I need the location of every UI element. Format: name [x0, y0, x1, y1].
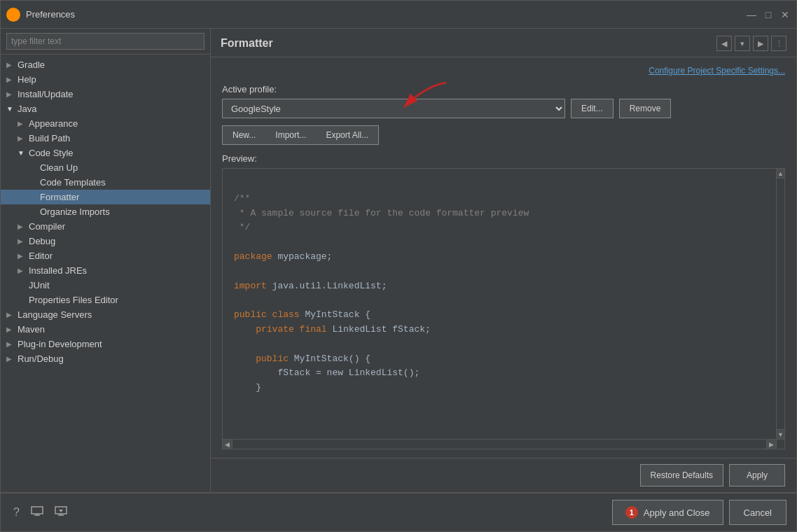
export-settings-button[interactable] — [28, 503, 46, 522]
panel-actions: Restore Defaults Apply — [211, 458, 796, 492]
panel-body: Configure Project Specific Settings... A… — [211, 57, 796, 458]
sidebar-item-label: Properties Files Editor — [29, 295, 118, 305]
window-title: Preferences — [26, 9, 746, 20]
sidebar-item-run-debug[interactable]: ▶ Run/Debug — [1, 351, 210, 366]
minimize-button[interactable]: — — [746, 9, 757, 20]
sidebar-item-java[interactable]: ▼ Java — [1, 102, 210, 116]
sidebar-item-label: Organize Imports — [40, 206, 110, 217]
svg-marker-7 — [59, 510, 63, 512]
search-box — [1, 29, 210, 55]
arrow-icon: ▶ — [6, 311, 15, 318]
remove-profile-button[interactable]: Remove — [619, 99, 672, 118]
nav-forward-button[interactable]: ▶ — [753, 36, 768, 51]
sidebar-item-code-templates[interactable]: ▶ Code Templates — [1, 175, 210, 190]
sidebar-item-language-servers[interactable]: ▶ Language Servers — [1, 307, 210, 322]
import-button[interactable]: Import... — [265, 125, 316, 145]
arrow-icon: ▶ — [18, 134, 26, 142]
sidebar-item-clean-up[interactable]: ▶ Clean Up — [1, 160, 210, 175]
sidebar-item-help[interactable]: ▶ Help — [1, 72, 210, 87]
bottom-left: ? — [11, 503, 70, 522]
sidebar-item-build-path[interactable]: ▶ Build Path — [1, 131, 210, 146]
sidebar-item-appearance[interactable]: ▶ Appearance — [1, 116, 210, 131]
sidebar-item-code-style[interactable]: ▼ Code Style — [1, 146, 210, 160]
sidebar-item-compiler[interactable]: ▶ Compiler — [1, 219, 210, 234]
sidebar-item-debug[interactable]: ▶ Debug — [1, 234, 210, 248]
scroll-up-button[interactable]: ▲ — [777, 169, 784, 178]
nav-dropdown-button[interactable]: ▾ — [735, 36, 750, 51]
cancel-button[interactable]: Cancel — [729, 500, 786, 525]
tree: ▶ Gradle ▶ Help ▶ Install/Update ▼ Java — [1, 55, 210, 492]
help-button[interactable]: ? — [11, 503, 22, 522]
vertical-scrollbar[interactable]: ▲ ▼ — [776, 169, 784, 439]
h-scroll-track — [233, 440, 766, 449]
maximize-button[interactable]: □ — [763, 9, 774, 20]
arrow-icon: ▶ — [6, 340, 15, 348]
nav-back-button[interactable]: ◀ — [716, 36, 732, 51]
svg-rect-1 — [32, 507, 43, 514]
sidebar-item-label: Java — [18, 104, 36, 114]
sidebar-item-label: Gradle — [18, 59, 45, 70]
sidebar-item-label: Code Style — [29, 148, 74, 158]
apply-and-close-button[interactable]: 1 Apply and Close — [612, 500, 723, 525]
sidebar-item-organize-imports[interactable]: ▶ Organize Imports — [1, 204, 210, 219]
configure-project-link[interactable]: Configure Project Specific Settings... — [222, 66, 785, 76]
new-profile-button[interactable]: New... — [222, 125, 265, 145]
edit-profile-button[interactable]: Edit... — [571, 99, 614, 118]
arrow-icon: ▼ — [6, 105, 15, 113]
sidebar-item-label: Install/Update — [18, 89, 74, 99]
arrow-icon: ▶ — [6, 355, 15, 363]
profile-row: GoogleStyle Edit... Remove — [222, 99, 785, 118]
sidebar-item-label: Appearance — [29, 118, 78, 129]
close-button[interactable]: ✕ — [779, 9, 791, 20]
sidebar-item-install-update[interactable]: ▶ Install/Update — [1, 87, 210, 102]
sidebar-item-installed-jres[interactable]: ▶ Installed JREs — [1, 263, 210, 278]
import-settings-button[interactable] — [52, 503, 70, 522]
arrow-icon: ▶ — [18, 267, 26, 274]
sidebar-item-label: Language Servers — [18, 309, 92, 320]
scroll-down-button[interactable]: ▼ — [777, 429, 784, 439]
arrow-icon: ▶ — [18, 120, 26, 127]
scroll-right-button[interactable]: ▶ — [766, 440, 776, 449]
sidebar-item-label: Maven — [18, 324, 45, 335]
sidebar-item-junit[interactable]: ▶ JUnit — [1, 278, 210, 293]
nav-menu-button[interactable]: ⋮ — [771, 36, 786, 51]
scroll-left-button[interactable]: ◀ — [223, 440, 233, 449]
sidebar-item-label: Formatter — [40, 192, 79, 202]
active-profile-select[interactable]: GoogleStyle — [222, 99, 565, 118]
panel-header: Formatter ◀ ▾ ▶ ⋮ — [211, 29, 796, 57]
arrow-icon: ▶ — [6, 76, 15, 83]
export-all-button[interactable]: Export All... — [316, 125, 379, 145]
arrow-icon: ▶ — [18, 252, 26, 260]
sidebar-item-label: Help — [18, 74, 36, 85]
sidebar-item-label: Installed JREs — [29, 265, 87, 276]
main-content: ▶ Gradle ▶ Help ▶ Install/Update ▼ Java — [1, 29, 796, 492]
sidebar-item-plugin-development[interactable]: ▶ Plug-in Development — [1, 337, 210, 351]
right-panel: Formatter ◀ ▾ ▶ ⋮ Configure Project Spec… — [211, 29, 796, 492]
bottom-right: 1 Apply and Close Cancel — [612, 500, 786, 525]
sidebar: ▶ Gradle ▶ Help ▶ Install/Update ▼ Java — [1, 29, 211, 492]
panel-title: Formatter — [221, 37, 273, 50]
app-icon — [6, 8, 20, 22]
sidebar-item-formatter[interactable]: ▶ Formatter — [1, 190, 210, 204]
panel-nav: ◀ ▾ ▶ ⋮ — [716, 36, 786, 51]
horizontal-scrollbar[interactable]: ◀ ▶ — [223, 439, 776, 449]
active-profile-label: Active profile: — [222, 84, 785, 94]
sidebar-item-label: Build Path — [29, 133, 70, 144]
badge: 1 — [625, 506, 638, 519]
title-bar: Preferences — □ ✕ — [1, 1, 796, 29]
sidebar-item-label: Run/Debug — [18, 354, 64, 364]
sidebar-item-label: Editor — [29, 251, 53, 261]
scroll-track — [777, 178, 784, 429]
sidebar-item-editor[interactable]: ▶ Editor — [1, 248, 210, 263]
arrow-icon: ▶ — [18, 223, 26, 230]
sidebar-item-label: Compiler — [29, 221, 65, 232]
arrow-icon: ▼ — [18, 149, 26, 157]
arrow-icon: ▶ — [6, 61, 15, 69]
restore-defaults-button[interactable]: Restore Defaults — [640, 464, 723, 486]
sidebar-item-properties-files-editor[interactable]: ▶ Properties Files Editor — [1, 293, 210, 307]
search-input[interactable] — [6, 33, 205, 50]
sidebar-item-maven[interactable]: ▶ Maven — [1, 322, 210, 337]
apply-button[interactable]: Apply — [729, 464, 785, 486]
code-content: /** * A sample source file for the code … — [223, 169, 776, 419]
sidebar-item-gradle[interactable]: ▶ Gradle — [1, 57, 210, 72]
